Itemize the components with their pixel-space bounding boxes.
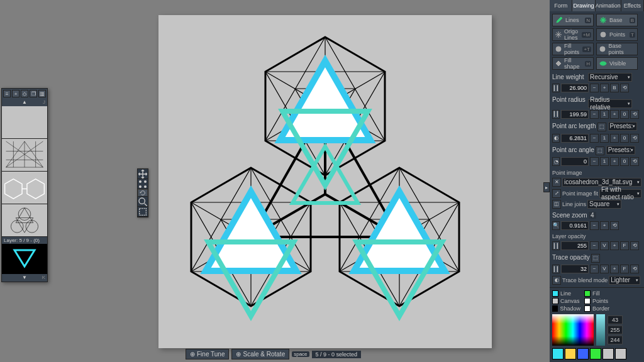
layer-stack-icon[interactable]: ▥ <box>38 90 46 97</box>
palette-swatch[interactable] <box>552 348 564 359</box>
plus-button[interactable]: + <box>610 157 619 166</box>
canvas[interactable] <box>158 15 492 348</box>
arc-ang-input[interactable]: 0 <box>561 157 589 166</box>
plus-button[interactable]: + <box>610 110 619 119</box>
reset-button[interactable]: ⟲ <box>620 84 629 92</box>
arc-ang-preset[interactable]: Presets:▾ <box>606 146 635 155</box>
zero-button[interactable]: 0 <box>620 110 629 119</box>
zero-button[interactable]: 0 <box>620 157 629 166</box>
plus-button[interactable]: + <box>610 265 619 273</box>
zoom-input[interactable]: 0.9161 <box>561 221 589 230</box>
layer-copy-icon[interactable]: ❐ <box>30 90 37 97</box>
toggle-lines[interactable]: LinesN <box>552 14 594 26</box>
layer-thumb[interactable] <box>2 172 47 204</box>
layer-menu-icon[interactable]: ≡ <box>3 90 11 97</box>
color-fill[interactable]: Fill <box>584 290 613 297</box>
minus-button[interactable]: − <box>590 157 599 166</box>
color-border[interactable]: Border <box>584 305 613 312</box>
rgb-r[interactable]: 43 <box>608 315 623 324</box>
tone-slider[interactable] <box>596 314 605 346</box>
toggle-points[interactable]: PointsT <box>596 28 638 41</box>
arc-len-preset[interactable]: Presets:▾ <box>608 122 637 131</box>
v-button[interactable]: V <box>600 265 609 273</box>
active-layer-thumb[interactable] <box>2 244 47 274</box>
f-button[interactable]: F <box>620 241 629 250</box>
reset-button[interactable]: ⟲ <box>630 265 639 273</box>
color-line[interactable]: Line <box>552 290 580 297</box>
line-weight-mode[interactable]: Recursive▾ <box>588 73 632 82</box>
panel-expand-icon[interactable]: ▸ <box>543 182 550 192</box>
angle-icon[interactable]: ◔ <box>552 157 560 166</box>
one-button[interactable]: 1 <box>600 134 609 143</box>
plus-button[interactable]: + <box>610 241 619 250</box>
zero-button[interactable]: 0 <box>620 134 629 143</box>
b-button[interactable]: B <box>610 84 619 92</box>
color-points[interactable]: Points <box>584 298 613 304</box>
layer-opacity-input[interactable]: 255 <box>561 241 589 250</box>
tab-drawing[interactable]: Drawing <box>572 0 595 11</box>
toggle-fillshape[interactable]: Fill shapeH <box>552 57 594 70</box>
reset-button[interactable]: ⟲ <box>630 134 639 143</box>
blend-icon[interactable]: ◐ <box>552 276 561 285</box>
link-icon[interactable]: ⬚ <box>591 254 600 263</box>
palette-swatch[interactable] <box>590 348 601 359</box>
tab-animation[interactable]: Animation <box>596 0 621 11</box>
toggle-origo[interactable]: Origo Lines+M <box>552 28 594 41</box>
clear-image-icon[interactable]: ✕ <box>552 178 561 187</box>
rgb-b[interactable]: 244 <box>608 336 623 344</box>
blend-select[interactable]: Lighter▾ <box>609 276 640 285</box>
minus-button[interactable]: − <box>590 221 599 230</box>
minus-button[interactable]: − <box>590 265 599 273</box>
hue-picker[interactable] <box>552 314 594 346</box>
toggle-fillpoints[interactable]: Fill points+T <box>552 43 594 55</box>
layer-thumb[interactable] <box>2 139 47 172</box>
layer-thumb[interactable] <box>2 106 47 139</box>
line-weight-input[interactable]: 26.900 <box>561 84 589 92</box>
plus-button[interactable]: + <box>600 221 609 230</box>
join-icon[interactable]: ◫ <box>552 200 561 209</box>
palette-swatch[interactable] <box>602 348 614 359</box>
layers-down[interactable]: ▼K <box>2 274 47 282</box>
reset-button[interactable]: ⟲ <box>630 157 639 166</box>
minus-button[interactable]: − <box>590 134 599 143</box>
magnify-icon[interactable]: 🔍 <box>552 221 560 230</box>
point-radius-mode[interactable]: Radius relative▾ <box>588 99 632 108</box>
layer-tag-icon[interactable]: ◇ <box>21 90 28 97</box>
palette-swatch[interactable] <box>577 348 589 359</box>
minus-button[interactable]: − <box>590 241 599 250</box>
slider-icon[interactable]: ┃┃ <box>552 84 560 92</box>
toggle-basepoints[interactable]: Base points <box>596 43 638 55</box>
plus-button[interactable]: + <box>600 84 609 92</box>
fit-select[interactable]: Fit with aspect ratio▾ <box>599 189 641 198</box>
arc-icon[interactable]: ◐ <box>552 134 560 143</box>
color-shadow[interactable]: Shadow <box>552 305 580 312</box>
toggle-base[interactable]: BaseB <box>596 14 638 26</box>
rgb-g[interactable]: 255 <box>608 326 623 334</box>
layers-up[interactable]: ▲J <box>2 99 47 106</box>
minus-button[interactable]: − <box>590 84 599 92</box>
join-select[interactable]: Square▾ <box>587 200 621 209</box>
one-button[interactable]: 1 <box>600 110 609 119</box>
select-tool-icon[interactable] <box>138 207 148 217</box>
point-radius-input[interactable]: 199.59 <box>561 110 589 119</box>
link-segment-icon[interactable]: ⬚ <box>597 123 606 131</box>
palette-swatch[interactable] <box>615 348 626 359</box>
fine-tune-button[interactable]: ⊕Fine Tune <box>186 349 229 359</box>
slider-icon[interactable]: ┃┃ <box>552 265 560 273</box>
v-button[interactable]: V <box>600 241 609 250</box>
reset-button[interactable]: ⟲ <box>630 241 639 250</box>
scale-rotate-button[interactable]: ⊕Scale & Rotate <box>231 349 289 359</box>
minus-button[interactable]: − <box>590 110 599 119</box>
trace-opacity-input[interactable]: 32 <box>561 265 589 273</box>
tab-form[interactable]: Form <box>550 0 572 11</box>
fit-icon[interactable]: ⤢ <box>552 189 561 198</box>
one-button[interactable]: 1 <box>600 157 609 166</box>
link-segment-icon[interactable]: ⬚ <box>596 146 604 155</box>
palette-swatch[interactable] <box>565 348 576 359</box>
plus-button[interactable]: + <box>610 134 619 143</box>
toggle-visible[interactable]: Visible <box>596 57 638 70</box>
f-button[interactable]: F <box>620 265 629 273</box>
rotate-tool-icon[interactable] <box>138 189 148 197</box>
slider-icon[interactable]: ┃┃ <box>552 110 560 119</box>
color-canvas[interactable]: Canvas <box>552 298 580 304</box>
